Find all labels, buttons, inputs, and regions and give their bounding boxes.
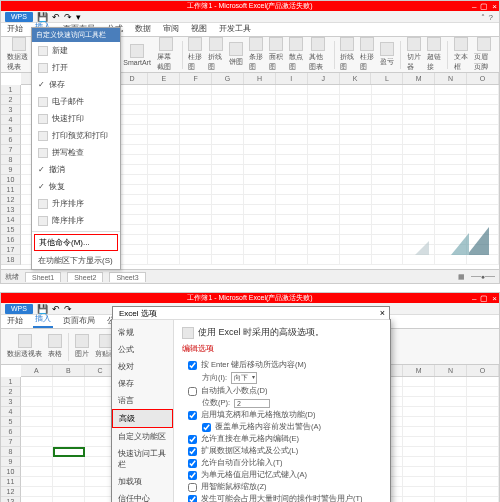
help-icon[interactable]: ?	[489, 13, 493, 22]
cell[interactable]	[340, 225, 372, 235]
cell[interactable]	[244, 115, 276, 125]
cell[interactable]	[212, 205, 244, 215]
cell[interactable]	[212, 165, 244, 175]
cell[interactable]	[53, 437, 85, 447]
cell[interactable]	[244, 175, 276, 185]
cell[interactable]	[435, 417, 467, 427]
ribbon-table[interactable]: 表格	[46, 334, 64, 359]
col-header[interactable]: O	[467, 365, 499, 376]
opt-autocomplete[interactable]: 为单元格值启用记忆式键入(A)	[188, 470, 382, 480]
menu-email[interactable]: 电子邮件	[32, 93, 120, 110]
cell[interactable]	[148, 255, 180, 265]
cell[interactable]	[21, 377, 53, 387]
side-advanced[interactable]: 高级	[112, 409, 173, 428]
cell[interactable]	[276, 245, 308, 255]
row-header[interactable]: 8	[1, 155, 21, 165]
cell[interactable]	[276, 125, 308, 135]
cell[interactable]	[276, 145, 308, 155]
cell[interactable]	[117, 125, 149, 135]
cell[interactable]	[340, 165, 372, 175]
side-trust[interactable]: 信任中心	[112, 490, 173, 502]
places-input[interactable]: 2	[234, 399, 270, 408]
col-header[interactable]: O	[467, 73, 499, 84]
col-header[interactable]: M	[403, 365, 435, 376]
cell[interactable]	[21, 447, 53, 457]
cell[interactable]	[467, 377, 499, 387]
cell[interactable]	[180, 225, 212, 235]
row-header[interactable]: 5	[1, 125, 21, 135]
cell[interactable]	[212, 105, 244, 115]
row-header[interactable]: 14	[1, 215, 21, 225]
cell[interactable]	[180, 135, 212, 145]
row-header[interactable]: 18	[1, 255, 21, 265]
cell[interactable]	[403, 125, 435, 135]
tab-insert[interactable]: 插入	[33, 311, 53, 328]
cell[interactable]	[435, 487, 467, 497]
opt-enter-move[interactable]: 按 Enter 键后移动所选内容(M)	[188, 360, 382, 370]
cell[interactable]	[308, 85, 340, 95]
ribbon-header[interactable]: 页眉页脚	[472, 37, 495, 72]
cell[interactable]	[435, 497, 467, 502]
cell[interactable]	[308, 95, 340, 105]
cell[interactable]	[21, 397, 53, 407]
cell[interactable]	[403, 437, 435, 447]
cell[interactable]	[244, 125, 276, 135]
menu-sortasc[interactable]: 升序排序	[32, 195, 120, 212]
row-header[interactable]: 8	[1, 447, 21, 457]
row-header[interactable]: 3	[1, 105, 21, 115]
cell[interactable]	[308, 155, 340, 165]
row-header[interactable]: 15	[1, 225, 21, 235]
cell[interactable]	[117, 255, 149, 265]
cell[interactable]	[435, 255, 467, 265]
tab-home[interactable]: 开始	[5, 21, 25, 36]
cell[interactable]	[117, 105, 149, 115]
direction-select[interactable]: 向下	[231, 372, 257, 384]
cell[interactable]	[244, 105, 276, 115]
cell[interactable]	[467, 397, 499, 407]
cell[interactable]	[276, 255, 308, 265]
cell[interactable]	[117, 215, 149, 225]
cell[interactable]	[212, 125, 244, 135]
cell[interactable]	[53, 407, 85, 417]
menu-redo[interactable]: ✓恢复	[32, 178, 120, 195]
cell[interactable]	[435, 185, 467, 195]
opt-overwrite[interactable]: 覆盖单元格内容前发出警告(A)	[202, 422, 382, 432]
cell[interactable]	[467, 85, 499, 95]
col-header[interactable]: I	[276, 73, 308, 84]
cell[interactable]	[340, 125, 372, 135]
cell[interactable]	[212, 95, 244, 105]
cell[interactable]	[403, 85, 435, 95]
side-language[interactable]: 语言	[112, 392, 173, 409]
cell[interactable]	[435, 155, 467, 165]
cell[interactable]	[276, 195, 308, 205]
cell[interactable]	[244, 225, 276, 235]
row-header[interactable]: 1	[1, 85, 21, 95]
cell[interactable]	[308, 105, 340, 115]
qat-undo-icon[interactable]: ↶	[52, 304, 60, 314]
opt-decimal[interactable]: 自动插入小数点(D)	[188, 386, 382, 396]
cell[interactable]	[435, 407, 467, 417]
col-header[interactable]: N	[435, 365, 467, 376]
row-header[interactable]: 7	[1, 437, 21, 447]
cell[interactable]	[467, 105, 499, 115]
cell[interactable]	[403, 457, 435, 467]
cell[interactable]	[212, 195, 244, 205]
cell[interactable]	[403, 417, 435, 427]
cell[interactable]	[276, 235, 308, 245]
cell[interactable]	[212, 115, 244, 125]
cell[interactable]	[467, 417, 499, 427]
cell[interactable]	[435, 125, 467, 135]
ribbon-scatter[interactable]: 散点图	[287, 37, 305, 72]
col-header[interactable]: M	[403, 73, 435, 84]
menu-open[interactable]: 打开	[32, 59, 120, 76]
cell[interactable]	[403, 255, 435, 265]
maximize-icon[interactable]: ▢	[480, 2, 488, 11]
menu-more-commands[interactable]: 其他命令(M)...	[34, 234, 118, 251]
cell[interactable]	[340, 115, 372, 125]
cell[interactable]	[403, 397, 435, 407]
cell[interactable]	[308, 235, 340, 245]
cell[interactable]	[435, 215, 467, 225]
cell[interactable]	[148, 155, 180, 165]
tab-dev[interactable]: 开发工具	[217, 21, 253, 36]
cell[interactable]	[244, 195, 276, 205]
